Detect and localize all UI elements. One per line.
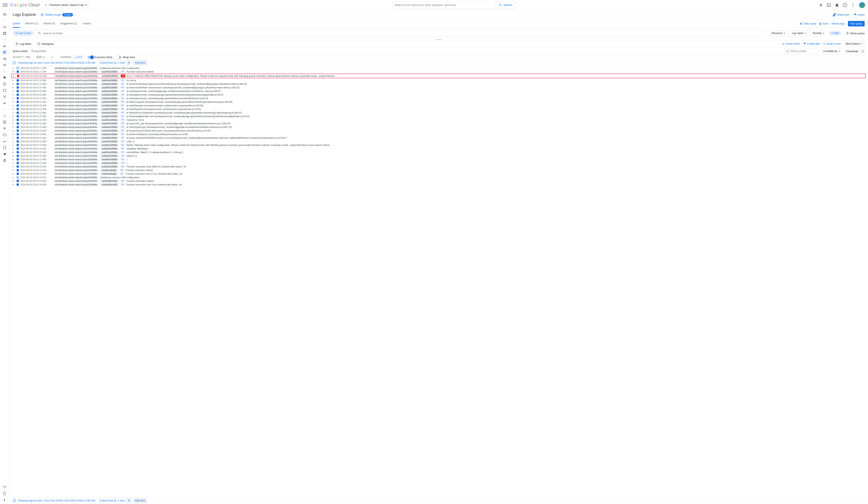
function-name-chip[interactable]: ext-firestore-vector-search-queryOnWrite bbox=[53, 179, 99, 183]
rail-logs-icon[interactable] bbox=[2, 50, 7, 55]
rail-icon[interactable] bbox=[2, 139, 7, 144]
log-entry[interactable]: ▸2024-05-03 09:52:24.050ext-firestore-ve… bbox=[9, 183, 868, 186]
user-avatar[interactable] bbox=[859, 2, 866, 9]
execution-id-chip[interactable]: ouwhrxa5otgx bbox=[100, 172, 118, 175]
execution-id-chip[interactable]: ouwh4vv2bf8w bbox=[100, 165, 119, 168]
expand-chevron-icon[interactable]: ▸ bbox=[13, 83, 15, 85]
learn-button[interactable]: Learn bbox=[854, 13, 865, 17]
expand-chevron-icon[interactable]: ▸ bbox=[13, 183, 15, 186]
create-alert-button[interactable]: Create alert bbox=[804, 42, 820, 45]
expand-chevron-icon[interactable]: ▸ bbox=[13, 79, 15, 81]
rail-router-icon[interactable] bbox=[2, 63, 7, 68]
log-entry[interactable]: ▸2024-05-03 09:52:22.805ext-firestore-ve… bbox=[9, 129, 868, 132]
execution-id-chip[interactable]: ouwh4vv2bf8w bbox=[100, 126, 119, 128]
expand-chevron-icon[interactable]: ▸ bbox=[13, 119, 15, 121]
expand-chevron-icon[interactable]: ▸ bbox=[13, 67, 15, 69]
more-actions-button[interactable]: More actions bbox=[844, 41, 865, 46]
function-name-chip[interactable]: ext-firestore-vector-search-queryOnWrite bbox=[53, 165, 99, 168]
download-button[interactable]: Download bbox=[845, 50, 858, 53]
log-entry[interactable]: ▸2024-05-03 09:52:22.805ext-firestore-ve… bbox=[9, 93, 868, 96]
rail-error-icon[interactable] bbox=[2, 82, 7, 87]
rail-synthetic-icon[interactable] bbox=[2, 101, 7, 106]
log-entry[interactable]: ▸2024-05-03 09:52:22.805ext-firestore-ve… bbox=[9, 136, 868, 140]
create-metric-button[interactable]: Create metric bbox=[782, 42, 800, 45]
rail-icon[interactable] bbox=[2, 126, 7, 131]
edit-time-button[interactable]: Edit time bbox=[133, 61, 147, 65]
execution-id-chip[interactable]: ouwh4vv2bf8w bbox=[100, 111, 119, 114]
jump-to-now-button[interactable]: Jump to now bbox=[823, 42, 841, 45]
log-entry[interactable]: ▸2024-05-03 09:52:17.390ext-firestore-ve… bbox=[9, 66, 868, 70]
expand-chevron-icon[interactable]: ▸ bbox=[13, 140, 15, 143]
function-name-chip[interactable]: ext-firestore-vector-search-queryOnWrite bbox=[53, 144, 99, 146]
execution-id-chip[interactable]: ouwh4vv2bf8w bbox=[100, 70, 119, 73]
google-cloud-logo[interactable]: GoogleCloud bbox=[10, 2, 40, 7]
log-entry[interactable]: ▸2024-05-03 09:52:22.805ext-firestore-ve… bbox=[9, 82, 868, 86]
log-entry[interactable]: ▸2024-05-03 09:52:22.805ext-firestore-ve… bbox=[9, 125, 868, 129]
execution-id-chip[interactable]: ouwh4vv2bf8w bbox=[100, 144, 119, 146]
expand-chevron-icon[interactable]: ▸ bbox=[13, 108, 15, 110]
notifications-icon[interactable] bbox=[835, 3, 839, 7]
execution-id-chip[interactable]: ouwh4vv2bf8w bbox=[100, 154, 119, 157]
resource-filter[interactable]: Resource bbox=[769, 30, 787, 36]
tab-suggested[interactable]: Suggested (2) bbox=[60, 20, 78, 28]
summary-fields-toggle[interactable]: Summary fields bbox=[87, 56, 113, 59]
execution-id-chip[interactable]: ouwh4vv2bf8w bbox=[100, 86, 119, 89]
function-name-chip[interactable]: ext-firestore-vector-search-queryOnWrite bbox=[53, 136, 99, 139]
project-picker[interactable]: Firestore Vector Search Lab ▾ bbox=[42, 2, 89, 8]
rail-dashboards-icon[interactable] bbox=[2, 31, 7, 36]
execution-id-chip[interactable]: ouwh4vv2bf8w bbox=[100, 147, 119, 150]
rail-icon[interactable] bbox=[2, 145, 7, 150]
extend-time-dropdown[interactable]: ▾ bbox=[127, 60, 131, 65]
rail-alerting-icon[interactable] bbox=[2, 75, 7, 80]
log-entry[interactable]: ▸2024-05-03 09:52:22.805ext-firestore-ve… bbox=[9, 86, 868, 89]
expand-chevron-icon[interactable]: ▸ bbox=[13, 144, 15, 146]
expand-chevron-icon[interactable]: ▸ bbox=[13, 133, 15, 135]
refine-scope-button[interactable]: Refine scope Project bbox=[40, 13, 73, 17]
execution-id-chip[interactable]: ouwh4vv2bf8w bbox=[100, 122, 119, 125]
function-name-chip[interactable]: ext-firestore-vector-search-queryOnWrite bbox=[53, 176, 99, 179]
function-name-chip[interactable]: ext-firestore-vector-search-queryOnWrite bbox=[53, 100, 99, 103]
time-range-chip[interactable]: Last 1 hour bbox=[13, 31, 33, 36]
expand-chevron-icon[interactable]: ▸ bbox=[13, 115, 15, 117]
logname-filter[interactable]: Log name bbox=[789, 30, 808, 36]
tab-saved[interactable]: Saved (0) bbox=[43, 20, 55, 28]
run-query-button[interactable]: Run query bbox=[848, 21, 865, 27]
execution-id-chip[interactable]: ouwh4vv2bf8w bbox=[100, 115, 119, 118]
expand-chevron-icon[interactable]: ▸ bbox=[13, 93, 15, 96]
execution-id-chip[interactable]: ouwhrxa5otgx bbox=[100, 169, 118, 172]
log-entry[interactable]: ▸2024-05-03 09:52:22.805ext-firestore-ve… bbox=[9, 104, 868, 107]
function-name-chip[interactable]: ext-firestore-vector-search-queryOnWrite bbox=[53, 169, 99, 172]
log-entry[interactable]: ▸2024-05-03 09:52:22.805ext-firestore-ve… bbox=[9, 79, 868, 82]
expand-chevron-icon[interactable]: ▸ bbox=[13, 126, 15, 128]
function-name-chip[interactable]: ext-firestore-vector-search-queryOnWrite bbox=[53, 66, 99, 70]
execution-id-chip[interactable]: ouwhck8vvsd0 bbox=[100, 179, 119, 183]
expand-chevron-icon[interactable]: ▸ bbox=[13, 165, 15, 168]
log-fields-toggle[interactable]: Log fields bbox=[13, 42, 31, 45]
log-entry[interactable]: ▸2024-05-03 09:52:22.805ext-firestore-ve… bbox=[9, 154, 868, 157]
log-entry[interactable]: ▸2024-05-03 09:52:22.805ext-firestore-ve… bbox=[9, 89, 868, 93]
execution-id-chip[interactable]: ouwh4vv2bf8w bbox=[100, 162, 119, 164]
expand-chevron-icon[interactable]: ▸ bbox=[13, 70, 15, 73]
expand-chevron-icon[interactable]: ▸ bbox=[13, 151, 15, 153]
rail-release-notes-icon[interactable] bbox=[2, 491, 7, 496]
log-entry[interactable]: ▸2024-05-03 09:52:17.394ext-firestore-ve… bbox=[9, 70, 868, 73]
nav-menu-button[interactable] bbox=[2, 2, 8, 8]
function-name-chip[interactable]: ext-firestore-vector-search-queryOnWrite bbox=[53, 126, 99, 128]
rail-monitoring-icon[interactable] bbox=[2, 24, 7, 30]
more-icon[interactable] bbox=[851, 3, 855, 7]
log-entry[interactable]: ▸2024-05-03 09:52:22.805ext-firestore-ve… bbox=[9, 140, 868, 143]
global-search-input[interactable] bbox=[392, 1, 496, 9]
execution-id-chip[interactable]: ouwh4vv2bf8w bbox=[100, 104, 119, 107]
rail-marketplace-icon[interactable] bbox=[2, 485, 7, 490]
execution-id-chip[interactable]: ouwh4vv2bf8w bbox=[100, 93, 119, 96]
tab-library[interactable]: Library bbox=[82, 20, 91, 28]
time-format-picker[interactable] bbox=[50, 56, 53, 59]
expand-chevron-icon[interactable]: ▸ bbox=[13, 130, 15, 132]
expand-chevron-icon[interactable]: ▸ bbox=[13, 101, 15, 103]
extend-time-button[interactable]: Extend time by: 1 hour bbox=[98, 60, 127, 65]
log-entry[interactable]: ▸2024-05-03 09:52:22.805ext-firestore-ve… bbox=[9, 111, 868, 114]
expand-chevron-icon[interactable]: ▸ bbox=[13, 158, 15, 161]
rail-profiler-icon[interactable] bbox=[2, 120, 7, 125]
expand-chevron-icon[interactable]: ▸ bbox=[13, 111, 15, 114]
log-entry[interactable]: ▸2024-05-03 09:52:22.805ext-firestore-ve… bbox=[9, 157, 868, 161]
